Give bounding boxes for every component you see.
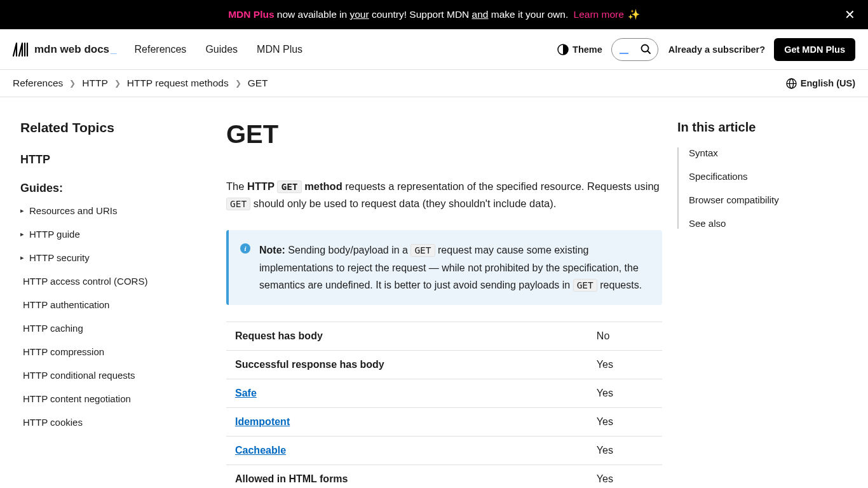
table-value: No [588, 322, 662, 351]
sidebar-collapsible[interactable]: HTTP security [20, 252, 211, 263]
table-row: Successful response has bodyYes [226, 351, 662, 379]
crumb-http[interactable]: HTTP [82, 78, 107, 89]
sidebar: Related Topics HTTP Guides: Resources an… [20, 120, 211, 488]
banner-mdnplus: MDN Plus [228, 9, 274, 20]
breadcrumb: References ❯ HTTP ❯ HTTP request methods… [0, 70, 868, 97]
sidebar-link[interactable]: HTTP conditional requests [20, 370, 211, 381]
chevron-right-icon: ❯ [114, 79, 121, 88]
table-row: CacheableYes [226, 437, 662, 465]
nav-guides[interactable]: Guides [205, 44, 238, 55]
table-label: Request has body [226, 322, 588, 351]
sidebar-collapsible[interactable]: Resources and URIs [20, 205, 211, 216]
globe-icon [786, 78, 797, 89]
table-value: Yes [588, 437, 662, 465]
sidebar-link[interactable]: HTTP content negotiation [20, 393, 211, 404]
properties-table: Request has bodyNoSuccessful response ha… [226, 322, 662, 488]
search-icon [641, 44, 651, 55]
promo-banner: MDN Plus now available in your country! … [0, 0, 868, 29]
crumb-current: GET [248, 78, 268, 89]
table-row: SafeYes [226, 379, 662, 408]
svg-line-2 [648, 51, 650, 53]
table-row: Request has bodyNo [226, 322, 662, 351]
get-mdn-plus-button[interactable]: Get MDN Plus [774, 38, 855, 61]
logo-link[interactable]: mdn web docs_ [13, 42, 117, 57]
table-value: Yes [588, 351, 662, 379]
subscriber-link[interactable]: Already a subscriber? [668, 44, 765, 55]
mdn-logo-icon [13, 42, 29, 57]
logo-underscore: _ [111, 43, 116, 56]
main-links: References Guides MDN Plus [135, 44, 303, 55]
language-selector[interactable]: English (US) [786, 78, 855, 89]
intro-paragraph: The HTTP GET method requests a represent… [226, 178, 662, 212]
table-label: Idempotent [226, 408, 588, 437]
info-icon: i [240, 243, 250, 254]
toc-link[interactable]: Syntax [689, 147, 718, 158]
table-label: Allowed in HTML forms [226, 465, 588, 489]
table-label-link[interactable]: Idempotent [235, 416, 290, 427]
table-row: Allowed in HTML formsYes [226, 465, 662, 489]
table-value: Yes [588, 408, 662, 437]
table-label: Safe [226, 379, 588, 408]
table-value: Yes [588, 379, 662, 408]
sidebar-item-label[interactable]: HTTP guide [20, 229, 211, 240]
sparkle-icon: ✨ [628, 9, 640, 20]
crumb-methods[interactable]: HTTP request methods [127, 78, 229, 89]
nav-mdnplus[interactable]: MDN Plus [257, 44, 302, 55]
table-row: IdempotentYes [226, 408, 662, 437]
table-label-link[interactable]: Cacheable [235, 445, 286, 456]
sidebar-collapsible[interactable]: HTTP guide [20, 229, 211, 240]
toc-link[interactable]: Specifications [689, 171, 748, 182]
sidebar-link[interactable]: HTTP caching [20, 323, 211, 334]
banner-learn-more-link[interactable]: Learn more [574, 9, 624, 20]
chevron-right-icon: ❯ [235, 79, 241, 88]
table-label-link[interactable]: Safe [235, 388, 257, 398]
sidebar-item-label[interactable]: Resources and URIs [20, 205, 211, 216]
note-callout: i Note: Sending body/payload in a GET re… [226, 230, 662, 305]
sidebar-link[interactable]: HTTP compression [20, 346, 211, 357]
top-nav: mdn web docs_ References Guides MDN Plus… [0, 29, 868, 70]
page-title: GET [226, 120, 662, 149]
toc-link[interactable]: See also [689, 218, 726, 229]
table-of-contents: In this article Syntax Specifications Br… [677, 120, 855, 488]
sidebar-link[interactable]: HTTP authentication [20, 299, 211, 310]
table-label: Successful response has body [226, 351, 588, 379]
sidebar-item-label[interactable]: HTTP security [20, 252, 211, 263]
sidebar-http-link[interactable]: HTTP [20, 153, 211, 166]
sidebar-link[interactable]: HTTP cookies [20, 417, 211, 428]
close-icon[interactable]: ✕ [844, 7, 855, 22]
sidebar-link[interactable]: HTTP access control (CORS) [20, 276, 211, 287]
toc-link[interactable]: Browser compatibility [689, 194, 779, 205]
nav-references[interactable]: References [135, 44, 187, 55]
theme-icon [557, 44, 569, 55]
theme-toggle[interactable]: Theme [557, 44, 602, 55]
sidebar-guides-label: Guides: [20, 182, 211, 195]
toc-title: In this article [677, 120, 855, 135]
search-input[interactable] [611, 38, 658, 61]
logo-text: mdn web docs [34, 43, 109, 56]
chevron-right-icon: ❯ [69, 79, 76, 88]
crumb-references[interactable]: References [13, 78, 63, 89]
table-label: Cacheable [226, 437, 588, 465]
table-value: Yes [588, 465, 662, 489]
sidebar-title: Related Topics [20, 120, 211, 135]
main-content: GET The HTTP GET method requests a repre… [226, 120, 662, 488]
